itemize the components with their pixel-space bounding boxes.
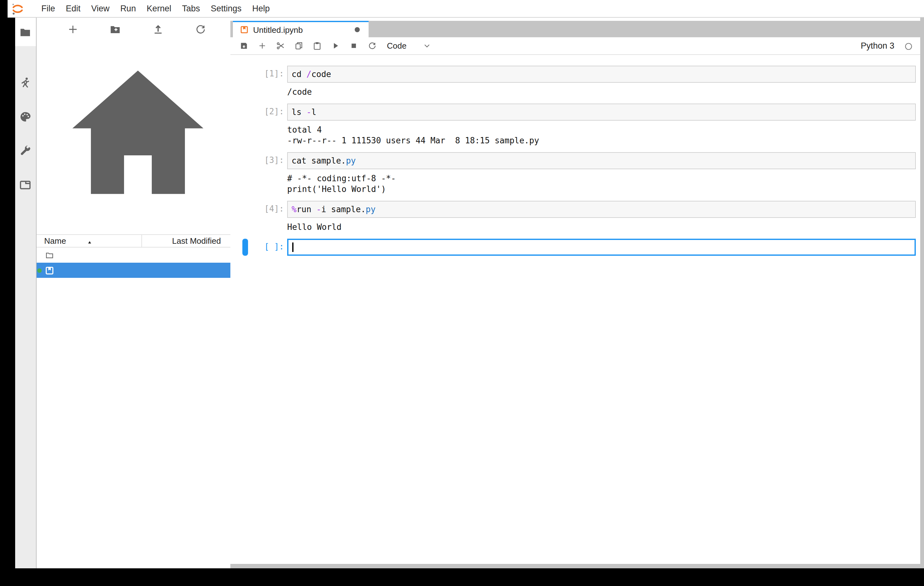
menu-settings[interactable]: Settings [205, 4, 247, 13]
output-line: /code [287, 86, 916, 97]
cell-type-dropdown[interactable]: Code [387, 41, 431, 51]
output-line: Hello World [287, 222, 916, 232]
column-name-label: Name [44, 236, 66, 246]
cell-outputs: Hello World [287, 222, 916, 232]
menu-edit[interactable]: Edit [61, 4, 86, 13]
notebook-icon [45, 265, 54, 275]
wrench-icon[interactable] [19, 145, 31, 157]
sort-ascending-icon [86, 238, 92, 244]
cell-editor[interactable]: cd /code [287, 66, 916, 83]
copy-icon[interactable] [294, 41, 304, 51]
cell-collapser[interactable] [243, 104, 248, 146]
new-launcher-icon[interactable] [67, 23, 79, 35]
notebook-icon [240, 25, 249, 34]
code-cell-1: [1]:cd /code/code [230, 63, 920, 100]
notebook-cells-area: [1]:cd /code/code[2]:ls -ltotal 4-rw-r--… [230, 55, 920, 564]
cell-collapser[interactable] [243, 152, 248, 194]
output-line: -rw-r--r-- 1 111530 users 44 Mar 8 18:15… [287, 135, 916, 146]
execution-prompt: [2]: [248, 104, 287, 146]
menu-file[interactable]: File [36, 4, 61, 13]
text-cursor [292, 242, 293, 252]
code-cell-5: [ ]: [230, 235, 920, 259]
file-row-Untitled.ipynb[interactable] [36, 263, 230, 278]
file-list [36, 248, 230, 278]
unsaved-changes-dot [355, 27, 360, 32]
output-line: total 4 [287, 124, 916, 135]
refresh-icon[interactable] [195, 23, 206, 35]
cut-icon[interactable] [276, 41, 285, 51]
menu-tabs[interactable]: Tabs [177, 4, 205, 13]
cell-type-value: Code [387, 41, 406, 51]
menu-help[interactable]: Help [247, 4, 275, 13]
jupyter-logo-icon [11, 2, 25, 15]
file-row-work[interactable] [36, 248, 230, 263]
sidebar-icon-stack [15, 46, 36, 191]
file-browser-toolbar [36, 18, 230, 35]
chevron-down-icon [423, 42, 431, 50]
main-dock-panel: Untitled.ipynb Code Python 3 [1]:cd /cod [230, 18, 924, 568]
home-icon[interactable] [45, 43, 230, 228]
folder-icon [19, 26, 31, 38]
upload-icon[interactable] [152, 23, 164, 35]
kernel-indicator: Python 3 [861, 41, 912, 51]
dock-tab-bar: Untitled.ipynb [230, 21, 920, 37]
execution-prompt: [4]: [248, 201, 287, 232]
cell-editor[interactable]: ls -l [287, 104, 916, 121]
file-list-header: Name Last Modified [36, 234, 230, 248]
new-folder-icon[interactable] [109, 23, 122, 35]
execution-prompt: [1]: [248, 66, 287, 97]
code-cell-4: [4]:%run -i sample.pyHello World [230, 198, 920, 235]
output-line: # -*- coding:utf-8 -*- [287, 173, 916, 184]
menu-bar: FileEditViewRunKernelTabsSettingsHelp [8, 0, 924, 18]
app-shell: Name Last Modified Untitled.ipynb [0, 18, 924, 568]
sidebar-item-filebrowser[interactable] [15, 18, 36, 46]
code-cell-2: [2]:ls -ltotal 4-rw-r--r-- 1 111530 user… [230, 100, 920, 149]
window-bottom-edge [230, 564, 924, 568]
cell-outputs: /code [287, 86, 916, 97]
kernel-name[interactable]: Python 3 [861, 41, 894, 51]
file-browser-panel: Name Last Modified [36, 18, 230, 568]
notebook-toolbar-icons [230, 41, 377, 51]
execution-prompt: [ ]: [248, 239, 287, 256]
menu-view[interactable]: View [86, 4, 115, 13]
stop-icon[interactable] [349, 41, 358, 51]
save-icon[interactable] [239, 41, 249, 51]
palette-icon[interactable] [19, 111, 31, 123]
cell-collapser[interactable] [243, 201, 248, 232]
cell-collapser[interactable] [243, 239, 248, 256]
menu-run[interactable]: Run [115, 4, 141, 13]
tabs-panel-icon[interactable] [19, 179, 31, 191]
jupyterlab-window: FileEditViewRunKernelTabsSettingsHelp Na… [0, 0, 924, 586]
cell-editor[interactable]: %run -i sample.py [287, 201, 916, 218]
cell-editor[interactable] [287, 239, 916, 256]
code-cell-3: [3]:cat sample.py# -*- coding:utf-8 -*-p… [230, 149, 920, 198]
breadcrumb [36, 35, 230, 228]
tab-untitled-notebook[interactable]: Untitled.ipynb [233, 21, 369, 37]
notebook-toolbar: Code Python 3 [230, 37, 920, 55]
output-line: print('Hello World') [287, 184, 916, 194]
kernel-status-icon[interactable] [904, 42, 912, 50]
kernel-running-dot [37, 268, 42, 273]
column-header-name[interactable]: Name [36, 236, 141, 246]
menu-kernel[interactable]: Kernel [141, 4, 177, 13]
menu-items: FileEditViewRunKernelTabsSettingsHelp [36, 4, 275, 13]
window-right-edge [920, 18, 924, 568]
paste-icon[interactable] [312, 41, 322, 51]
cell-outputs: # -*- coding:utf-8 -*-print('Hello World… [287, 173, 916, 194]
running-man-icon[interactable] [19, 76, 31, 89]
column-header-modified[interactable]: Last Modified [142, 236, 230, 246]
activity-sidebar [15, 18, 36, 568]
restart-icon[interactable] [367, 41, 377, 51]
add-cell-icon[interactable] [257, 41, 267, 51]
tab-title: Untitled.ipynb [253, 25, 303, 35]
cell-editor[interactable]: cat sample.py [287, 152, 916, 169]
cell-outputs: total 4-rw-r--r-- 1 111530 users 44 Mar … [287, 124, 916, 146]
folder-outline-icon [45, 250, 54, 260]
execution-prompt: [3]: [248, 152, 287, 194]
run-icon[interactable] [331, 41, 340, 51]
cell-collapser[interactable] [243, 66, 248, 97]
